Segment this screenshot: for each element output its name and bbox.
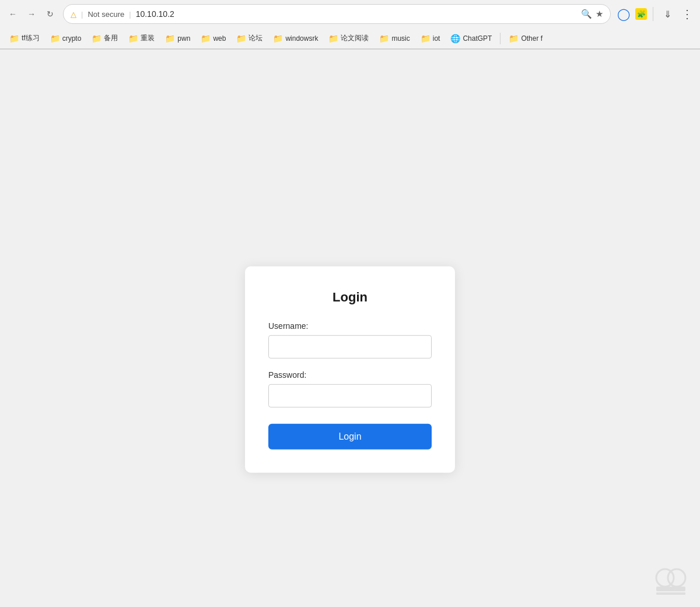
refresh-button[interactable]: ↻ — [42, 6, 58, 22]
login-card: Login Username: Password: Login — [245, 266, 455, 473]
bookmark-label-chatgpt: ChatGPT — [463, 34, 492, 43]
bookmark-papers[interactable]: 📁 论文阅读 — [324, 31, 373, 45]
folder-icon-other: 📁 — [509, 34, 519, 43]
chatgpt-icon: 🌐 — [450, 34, 460, 43]
bookmark-crypto[interactable]: 📁 crypto — [46, 31, 86, 45]
download-icon[interactable]: ⇓ — [659, 6, 676, 22]
folder-icon-papers: 📁 — [328, 34, 338, 43]
folder-icon-iot: 📁 — [421, 34, 430, 43]
username-label: Username: — [268, 321, 432, 331]
bookmark-label-web: web — [213, 34, 226, 43]
svg-rect-2 — [656, 587, 685, 591]
bookmarks-bar: 📁 tf练习 📁 crypto 📁 备用 📁 重装 📁 pwn 📁 web 📁 … — [0, 28, 700, 49]
folder-icon-reinstall: 📁 — [128, 34, 138, 43]
toolbar-divider — [653, 7, 653, 21]
folder-icon-tf: 📁 — [9, 34, 19, 43]
folder-icon-forum: 📁 — [236, 34, 246, 43]
bookmark-label-tf: tf练习 — [22, 33, 40, 43]
bookmark-label-reinstall: 重装 — [141, 33, 155, 43]
bottom-watermark — [653, 560, 688, 595]
folder-icon-crypto: 📁 — [50, 34, 60, 43]
bookmark-windowsrk[interactable]: 📁 windowsrk — [268, 31, 323, 45]
bookmark-label-forum: 论坛 — [249, 33, 262, 43]
svg-rect-3 — [656, 592, 685, 595]
bookmark-reinstall[interactable]: 📁 重装 — [124, 31, 159, 45]
login-button[interactable]: Login — [268, 424, 432, 450]
bookmark-label-pwn: pwn — [177, 34, 190, 43]
login-title: Login — [268, 290, 432, 305]
url-input[interactable] — [136, 9, 576, 19]
browser-chrome: ← → ↻ △ | Not secure | 🔍 ★ ◯ 🧩 ⇓ ⋮ � — [0, 0, 700, 50]
watermark-icon — [653, 560, 688, 595]
bookmark-chatgpt[interactable]: 🌐 ChatGPT — [446, 31, 496, 45]
username-input[interactable] — [268, 335, 432, 359]
address-separator: | — [81, 10, 83, 19]
extension-circle-icon[interactable]: ◯ — [615, 6, 632, 22]
svg-point-1 — [668, 569, 685, 587]
bookmark-star-icon[interactable]: ★ — [596, 9, 603, 19]
browser-actions: ◯ 🧩 ⇓ ⋮ — [615, 6, 695, 22]
folder-icon-web: 📁 — [201, 34, 211, 43]
search-icon[interactable]: 🔍 — [581, 9, 592, 19]
folder-icon-pwn: 📁 — [165, 34, 175, 43]
bookmark-pwn[interactable]: 📁 pwn — [160, 31, 195, 45]
address-bar-icons: 🔍 ★ — [581, 9, 603, 19]
forward-button[interactable]: → — [23, 6, 40, 22]
extension-puzzle-icon[interactable]: 🧩 — [635, 8, 647, 20]
back-button[interactable]: ← — [5, 6, 21, 22]
bookmark-label-crypto: crypto — [62, 34, 82, 43]
bookmark-web[interactable]: 📁 web — [196, 31, 230, 45]
bookmark-tf[interactable]: 📁 tf练习 — [5, 31, 44, 45]
security-warning-icon: △ — [71, 10, 76, 19]
bookmark-label-music: music — [391, 34, 410, 43]
bookmark-label-iot: iot — [433, 34, 440, 43]
bookmark-label-windowsrk: windowsrk — [285, 34, 318, 43]
bookmark-music[interactable]: 📁 music — [374, 31, 414, 45]
bookmark-forum[interactable]: 📁 论坛 — [232, 31, 267, 45]
password-group: Password: — [268, 370, 432, 408]
address-bar[interactable]: △ | Not secure | 🔍 ★ — [63, 4, 611, 24]
more-options-icon[interactable]: ⋮ — [679, 6, 695, 22]
bookmarks-divider — [500, 33, 501, 44]
bookmark-backup[interactable]: 📁 备用 — [87, 31, 123, 45]
folder-icon-windowsrk: 📁 — [273, 34, 283, 43]
bookmark-label-other: Other f — [521, 34, 542, 43]
password-input[interactable] — [268, 384, 432, 408]
browser-toolbar: ← → ↻ △ | Not secure | 🔍 ★ ◯ 🧩 ⇓ ⋮ — [0, 0, 700, 28]
url-separator: | — [129, 10, 131, 19]
browser-nav-buttons: ← → ↻ — [5, 6, 58, 22]
bookmark-label-papers: 论文阅读 — [341, 33, 369, 43]
password-label: Password: — [268, 370, 432, 380]
folder-icon-backup: 📁 — [92, 34, 102, 43]
username-group: Username: — [268, 321, 432, 359]
page-content: Login Username: Password: Login — [0, 50, 700, 607]
bookmark-label-backup: 备用 — [104, 33, 118, 43]
folder-icon-music: 📁 — [379, 34, 389, 43]
security-label: Not secure — [88, 10, 124, 19]
bookmark-other[interactable]: 📁 Other f — [504, 31, 547, 45]
bookmark-iot[interactable]: 📁 iot — [416, 31, 445, 45]
